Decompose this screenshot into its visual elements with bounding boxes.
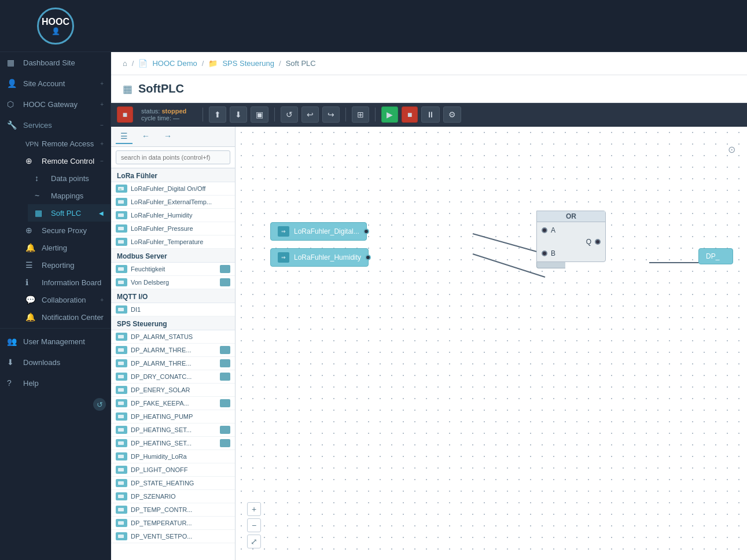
upload-button[interactable]: ⬆ [209, 106, 226, 123]
play-button[interactable]: ▶ [381, 106, 398, 123]
tab-list[interactable]: ☰ [116, 129, 133, 144]
dp-name: DP_SZENARIO [131, 493, 230, 500]
sidebar-item-soft-plc[interactable]: ▦ Soft PLC ◀ [28, 204, 111, 222]
sidebar-label-mappings: Mappings [51, 191, 104, 200]
sidebar-item-help[interactable]: ? Help [0, 373, 111, 393]
home-icon[interactable]: ⌂ [123, 59, 127, 68]
list-item[interactable]: DP_SZENARIO [111, 490, 235, 503]
refresh-button[interactable]: ↺ [281, 106, 298, 123]
sidebar-item-information-board[interactable]: ℹ Information Board [19, 274, 111, 291]
sidebar-item-user-management[interactable]: 👥 User Management [0, 331, 111, 352]
list-item[interactable]: LoRaFuhler_Temperature [111, 235, 235, 249]
list-item[interactable]: DP_FAKE_KEEPA... [111, 397, 235, 410]
list-item[interactable]: DP_HEATING_PUMP [111, 410, 235, 423]
list-item[interactable]: DP_ALARM_STATUS [111, 330, 235, 344]
hooc-gateway-icon: ⬡ [7, 100, 19, 109]
list-item[interactable]: DP_ALARM_THRE... [111, 357, 235, 370]
gate-port-q [595, 239, 601, 245]
stop-indicator-button[interactable]: ■ [117, 106, 133, 123]
sidebar-item-site-account[interactable]: 👤 Site Account + [0, 73, 111, 94]
fit-button[interactable]: ⤢ [247, 535, 261, 548]
more-button[interactable]: ⚙ [443, 106, 461, 123]
list-item[interactable]: DP_ENERY_SOLAR [111, 384, 235, 397]
sidebar-label-help: Help [23, 379, 104, 388]
tab-arrow1[interactable]: ← [137, 129, 154, 144]
left-panel: ☰ ← → LoRa Fühler ⇒ LoRaFuhler_Digital O… [111, 127, 235, 560]
sidebar-item-remote-control[interactable]: ⊕ Remote Control − [19, 152, 111, 170]
sidebar-item-dashboard[interactable]: ▦ Dashboard Site [0, 52, 111, 73]
gate-port-a [542, 227, 547, 233]
sidebar-item-services[interactable]: 🔧 Services − [0, 115, 111, 135]
list-item[interactable]: LoRaFuhler_Humidity [111, 209, 235, 222]
breadcrumb-sep-0: / [132, 59, 134, 68]
list-item[interactable]: DI1 [111, 303, 235, 316]
dp-name: DP_ENERY_SOLAR [131, 386, 230, 393]
sidebar-item-secure-proxy[interactable]: ⊕ Secure Proxy [19, 222, 111, 239]
gate-input-a: A [542, 224, 601, 236]
list-item[interactable]: DP_TEMP_CONTR... [111, 503, 235, 517]
sidebar-label-notification-center: Notification Center [42, 313, 104, 322]
list-item[interactable]: DP_VENTI_SETPO... [111, 530, 235, 543]
stop-button[interactable]: ■ [402, 106, 418, 123]
sidebar-collapse-button[interactable]: ↺ [93, 398, 106, 411]
list-item[interactable]: ⇒ LoRaFuhler_Digital On/Off [111, 182, 235, 196]
dp-list: LoRa Fühler ⇒ LoRaFuhler_Digital On/Off … [111, 168, 235, 560]
sidebar-label-remote-access: Remote Access [42, 139, 100, 148]
list-item[interactable]: DP_ALARM_THRE... [111, 344, 235, 357]
list-item[interactable]: DP_HEATING_SET... [111, 437, 235, 450]
dp-name: DP_ALARM_THRE... [131, 360, 218, 367]
sidebar-item-collaboration[interactable]: 💬 Collaboration + [19, 291, 111, 308]
sidebar-item-mappings[interactable]: ~ Mappings [28, 187, 111, 204]
sidebar-item-hooc-gateway[interactable]: ⬡ HOOC Gateway + [0, 94, 111, 115]
list-item[interactable]: DP_HEATING_SET... [111, 423, 235, 437]
gate-output-q: Q [542, 236, 601, 248]
group-modbus-server: Modbus Server [111, 249, 235, 263]
hooc-gateway-expand-icon: + [100, 101, 104, 108]
dp-name: LoRaFuhler_Temperature [131, 238, 230, 245]
pause-button[interactable]: ⏸ [421, 106, 440, 123]
node-output-port-2 [365, 255, 371, 260]
sidebar-label-services: Services [23, 121, 100, 130]
list-item[interactable]: DP_DRY_CONATC... [111, 370, 235, 384]
download-button[interactable]: ⬇ [230, 106, 247, 123]
sidebar-item-alerting[interactable]: 🔔 Alerting [19, 239, 111, 256]
sidebar-item-remote-access[interactable]: VPN Remote Access + [19, 135, 111, 152]
breadcrumb-hooc-demo[interactable]: HOOC Demo [152, 59, 197, 68]
list-item[interactable]: Feuchtigkeit [111, 263, 235, 276]
svg-rect-3 [118, 213, 124, 217]
list-item[interactable]: LoRaFuhler_ExternalTemp... [111, 196, 235, 209]
list-item[interactable]: DP_TEMPERATUR... [111, 517, 235, 530]
dashboard-icon: ▦ [7, 58, 19, 67]
svg-rect-19 [118, 468, 124, 471]
tab-arrow2[interactable]: → [159, 129, 176, 144]
plc-node-lora-humidity[interactable]: ⇒ LoRaFuhler_Humidity [270, 248, 369, 267]
grid-button[interactable]: ⊞ [352, 106, 369, 123]
list-item[interactable]: DP_STATE_HEATING [111, 477, 235, 490]
plc-node-lora-digital[interactable]: ⇒ LoRaFuhler_Digital... [270, 222, 367, 241]
dp-icon [116, 492, 127, 500]
search-input[interactable] [116, 150, 230, 164]
plc-gate-or[interactable]: OR A Q [536, 211, 606, 262]
svg-rect-4 [118, 227, 124, 230]
breadcrumb-sps-steuerung[interactable]: SPS Steuerung [222, 59, 274, 68]
monitor-button[interactable]: ▣ [251, 106, 268, 123]
undo-button[interactable]: ↩ [301, 106, 319, 123]
mappings-icon: ~ [35, 191, 46, 200]
sidebar-label-dashboard: Dashboard Site [23, 58, 104, 67]
list-item[interactable]: DP_Humidity_LoRa [111, 450, 235, 463]
sidebar-item-notification-center[interactable]: 🔔 Notification Center [19, 308, 111, 326]
sidebar-label-information-board: Information Board [42, 278, 104, 287]
dp-icon [116, 452, 127, 460]
zoom-out-button[interactable]: − [247, 518, 261, 532]
sidebar-item-reporting[interactable]: ☰ Reporting [19, 256, 111, 274]
plc-node-dp-output[interactable]: DP_ [698, 248, 733, 264]
list-item[interactable]: DP_LIGHT_ONOFF [111, 463, 235, 477]
canvas-area[interactable]: ⇒ LoRaFuhler_Digital... ⇒ LoRaFuhler_Hum… [235, 127, 747, 560]
zoom-in-button[interactable]: + [247, 502, 261, 516]
sidebar-item-downloads[interactable]: ⬇ Downloads [0, 352, 111, 373]
sidebar-item-data-points[interactable]: ↕ Data points [28, 170, 111, 187]
dp-icon [116, 333, 127, 341]
list-item[interactable]: LoRaFuhler_Pressure [111, 222, 235, 235]
redo-button[interactable]: ↪ [322, 106, 340, 123]
list-item[interactable]: Von Delsberg [111, 276, 235, 289]
